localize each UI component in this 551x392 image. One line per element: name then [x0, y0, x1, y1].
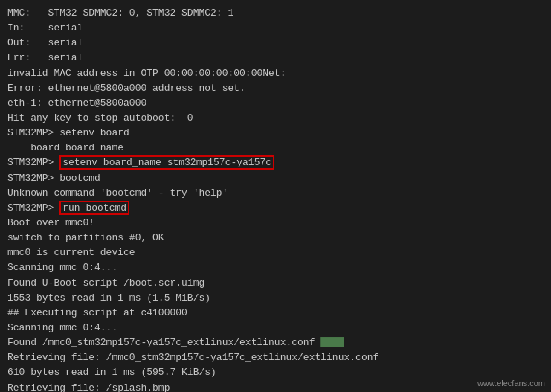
- green-dots: ████: [315, 337, 344, 348]
- terminal-line: switch to partitions #0, OK: [7, 231, 544, 245]
- terminal-line: ## Executing script at c4100000: [7, 306, 544, 321]
- terminal-line: board board name: [7, 141, 544, 155]
- terminal-line: Scanning mmc 0:4...: [7, 260, 544, 275]
- highlight-box-1: setenv board_name stm32mp157c-ya157c: [59, 155, 274, 170]
- terminal-line: Hit any key to stop autoboot: 0: [7, 111, 544, 126]
- terminal-line: Err: serial: [7, 51, 544, 65]
- watermark: www.elecfans.com: [477, 379, 545, 388]
- terminal-line: Retrieving file: /mmc0_stm32mp157c-ya157…: [7, 350, 544, 365]
- terminal-line: MMC: STM32 SDMMC2: 0, STM32 SDMMC2: 1: [7, 6, 544, 21]
- terminal-line: Out: serial: [7, 36, 544, 51]
- terminal-line: Scanning mmc 0:4...: [7, 321, 544, 335]
- terminal-line: mmc0 is current device: [7, 245, 544, 260]
- terminal-line-highlighted: STM32MP> setenv board_name stm32mp157c-y…: [7, 155, 544, 170]
- terminal-line: Retrieving file: /splash.bmp: [7, 381, 544, 392]
- terminal-line: 1553 bytes read in 1 ms (1.5 MiB/s): [7, 291, 544, 306]
- terminal-line: Error: ethernet@5800a000 address not set…: [7, 81, 544, 96]
- terminal-line: STM32MP> setenv board: [7, 126, 544, 141]
- terminal-line: STM32MP> bootcmd: [7, 171, 544, 186]
- terminal-line: invalid MAC address in OTP 00:00:00:00:0…: [7, 66, 544, 81]
- terminal-line: In: serial: [7, 21, 544, 36]
- terminal-line: Unknown command 'bootcmd' - try 'help': [7, 186, 544, 201]
- highlight-box-2: run bootcmd: [59, 201, 129, 215]
- terminal-line: Found U-Boot script /boot.scr.uimg: [7, 276, 544, 291]
- terminal-window: MMC: STM32 SDMMC2: 0, STM32 SDMMC2: 1 In…: [0, 0, 551, 392]
- terminal-line: Found /mmc0_stm32mp157c-ya157c_extlinux/…: [7, 335, 544, 350]
- terminal-line-highlighted: STM32MP> run bootcmd: [7, 201, 544, 216]
- terminal-line: 610 bytes read in 1 ms (595.7 KiB/s): [7, 365, 544, 380]
- terminal-line: eth-1: ethernet@5800a000: [7, 96, 544, 111]
- terminal-line: Boot over mmc0!: [7, 216, 544, 231]
